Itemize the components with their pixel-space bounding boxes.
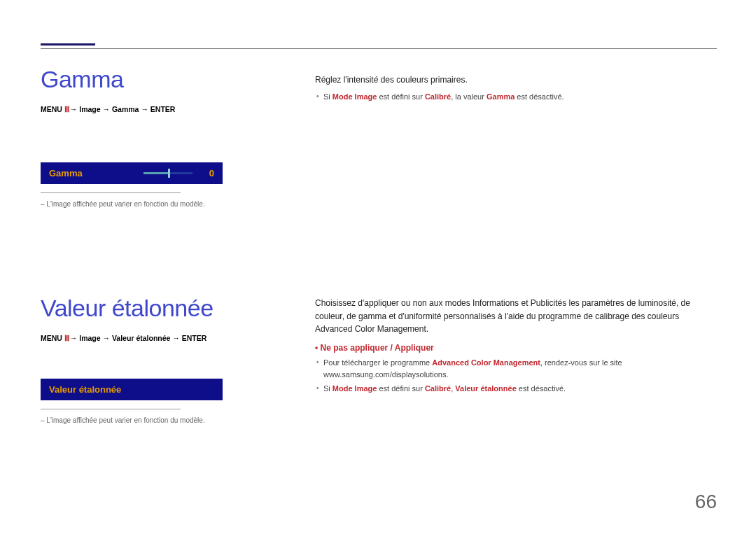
section-valeur-left: Valeur étalonnée MENU Ⅲ→ Image → Valeur … — [41, 295, 244, 424]
menu-bar-valeur: Valeur étalonnée — [41, 379, 223, 400]
menu-path-text: → Image → Gamma → ENTER — [70, 105, 176, 113]
t: Advanced Color Management — [315, 324, 426, 334]
t: Calibré — [425, 384, 451, 393]
t: est désactivé. — [514, 92, 564, 101]
options-text: Ne pas appliquer / Appliquer — [321, 343, 434, 353]
bullet-gamma-1: Si Mode Image est défini sur Calibré, la… — [315, 91, 717, 104]
disclaimer-text: – L'image affichée peut varier en foncti… — [41, 200, 244, 208]
bullet-valeur-1: Pour télécharger le programme Advanced C… — [315, 357, 717, 381]
page-number: 66 — [695, 491, 717, 513]
t: . — [426, 324, 428, 334]
t: Advanced Color Management — [432, 358, 540, 367]
t: Choisissez d'appliquer ou non aux modes … — [315, 298, 690, 321]
header-accent-bar — [41, 43, 95, 45]
body-valeur: Choisissez d'appliquer ou non aux modes … — [315, 297, 717, 336]
t: Si — [323, 384, 332, 393]
t: Valeur étalonnée — [455, 384, 516, 393]
section-valeur-right: Choisissez d'appliquer ou non aux modes … — [315, 297, 717, 395]
menu-bar-label: Gamma — [49, 168, 144, 178]
header-rule — [41, 48, 717, 49]
document-page: Gamma MENU Ⅲ→ Image → Gamma → ENTER Gamm… — [0, 0, 756, 534]
bullet-list-gamma: Si Mode Image est défini sur Calibré, la… — [315, 91, 717, 104]
heading-valeur: Valeur étalonnée — [41, 295, 244, 321]
menu-bar-value: 0 — [209, 168, 214, 178]
menu-icon: Ⅲ — [64, 105, 70, 113]
t: Mode Image — [332, 384, 377, 393]
disclaimer-rule — [41, 192, 181, 193]
slider-track — [144, 172, 192, 174]
heading-gamma: Gamma — [41, 66, 244, 92]
t: Si — [323, 92, 332, 101]
menu-icon: Ⅲ — [64, 334, 70, 342]
t: est désactivé. — [517, 384, 566, 393]
menu-path-text: → Image → Valeur étalonnée → ENTER — [70, 334, 206, 342]
menu-bar-gamma: Gamma 0 — [41, 162, 223, 184]
slider-fill — [144, 172, 168, 174]
t: Pour télécharger le programme — [323, 358, 432, 367]
disclaimer-label: L'image affichée peut varier en fonction… — [46, 200, 204, 208]
disclaimer-text: – L'image affichée peut varier en foncti… — [41, 416, 244, 424]
menu-path-valeur: MENU Ⅲ→ Image → Valeur étalonnée → ENTER — [41, 334, 244, 342]
disclaimer-label: L'image affichée peut varier en fonction… — [46, 416, 204, 424]
section-gamma-right: Réglez l'intensité des couleurs primaire… — [315, 73, 717, 103]
options-valeur: • Ne pas appliquer / Appliquer — [315, 343, 717, 353]
t: Mode Image — [332, 92, 377, 101]
bullet-list-valeur: Pour télécharger le programme Advanced C… — [315, 357, 717, 395]
menu-path-prefix: MENU — [41, 105, 64, 113]
menu-bar-label: Valeur étalonnée — [49, 384, 214, 395]
disclaimer-rule — [41, 409, 181, 409]
menu-path-gamma: MENU Ⅲ→ Image → Gamma → ENTER — [41, 105, 244, 113]
t: est défini sur — [377, 384, 424, 393]
t: Gamma — [486, 92, 514, 101]
menu-path-prefix: MENU — [41, 334, 64, 342]
t: est défini sur — [377, 92, 424, 101]
t: Calibré — [425, 92, 451, 101]
body-gamma: Réglez l'intensité des couleurs primaire… — [315, 73, 717, 87]
bullet-valeur-2: Si Mode Image est défini sur Calibré, Va… — [315, 383, 717, 395]
t: , la valeur — [451, 92, 486, 101]
section-gamma-left: Gamma MENU Ⅲ→ Image → Gamma → ENTER Gamm… — [41, 66, 244, 208]
slider-handle — [168, 169, 170, 178]
